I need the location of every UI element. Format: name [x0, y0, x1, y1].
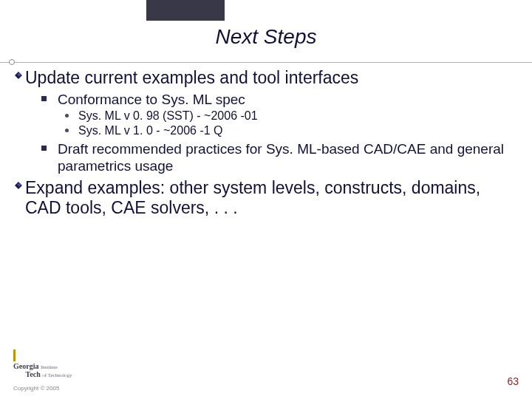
logo-gold-bar-icon — [13, 349, 16, 361]
dot-bullet-icon — [65, 114, 78, 117]
dot-bullet-icon — [65, 129, 78, 132]
horizontal-rule — [0, 62, 532, 63]
bullet-text: Update current examples and tool interfa… — [25, 68, 517, 88]
georgia-tech-logo: Georgia Institute Tech of Technology — [13, 349, 72, 378]
bullet-level2: Conformance to Sys. ML spec — [41, 91, 517, 108]
copyright-text: Copyright © 2005 — [13, 385, 59, 392]
diamond-bullet-icon — [12, 182, 25, 189]
square-bullet-icon — [41, 96, 58, 101]
bullet-level1: Update current examples and tool interfa… — [12, 68, 517, 88]
bullet-level3: Sys. ML v 1. 0 - ~2006 -1 Q — [65, 124, 517, 137]
decorative-top-block — [146, 0, 225, 21]
slide-content: Update current examples and tool interfa… — [12, 65, 517, 219]
logo-text-tech: Tech — [26, 370, 41, 378]
logo-text-oftechnology: of Technology — [42, 372, 72, 378]
bullet-level2: Draft recommended practices for Sys. ML-… — [41, 140, 517, 174]
diamond-bullet-icon — [12, 72, 25, 79]
bullet-text: Expand examples: other system levels, co… — [25, 178, 517, 218]
square-bullet-icon — [41, 146, 58, 151]
logo-text-institute: Institute — [41, 364, 58, 370]
rule-anchor-circle-icon — [9, 59, 15, 65]
bullet-text: Draft recommended practices for Sys. ML-… — [58, 140, 517, 174]
slide-title: Next Steps — [0, 25, 532, 49]
bullet-level1: Expand examples: other system levels, co… — [12, 178, 517, 218]
logo-text-georgia: Georgia — [13, 362, 38, 370]
page-number: 63 — [507, 375, 519, 387]
bullet-text: Sys. ML v 1. 0 - ~2006 -1 Q — [78, 124, 223, 137]
bullet-text: Sys. ML v 0. 98 (SST) - ~2006 -01 — [78, 109, 258, 123]
bullet-level3: Sys. ML v 0. 98 (SST) - ~2006 -01 — [65, 109, 517, 123]
bullet-text: Conformance to Sys. ML spec — [58, 91, 245, 108]
